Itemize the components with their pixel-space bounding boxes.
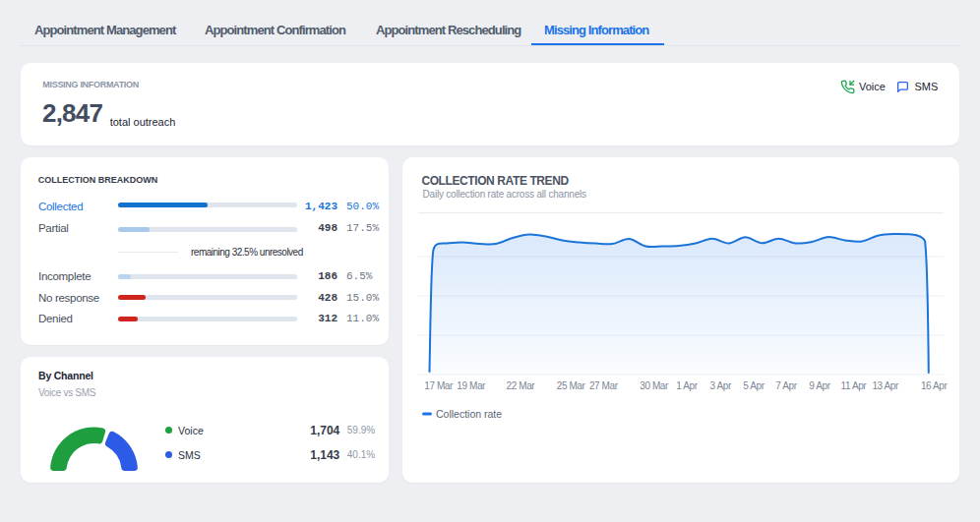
- svg-text:22 Mar: 22 Mar: [507, 380, 536, 391]
- svg-text:25 Mar: 25 Mar: [557, 380, 586, 391]
- svg-text:7 Apr: 7 Apr: [775, 380, 797, 391]
- svg-text:11 Apr: 11 Apr: [841, 380, 868, 391]
- svg-text:19 Mar: 19 Mar: [457, 380, 486, 391]
- svg-text:13 Apr: 13 Apr: [872, 380, 899, 391]
- svg-text:30 Mar: 30 Mar: [640, 380, 669, 391]
- svg-text:Collection rate: Collection rate: [436, 408, 502, 420]
- svg-text:3 Apr: 3 Apr: [710, 380, 732, 391]
- svg-text:5 Apr: 5 Apr: [743, 380, 765, 391]
- svg-text:9 Apr: 9 Apr: [809, 380, 830, 391]
- svg-text:17 Mar: 17 Mar: [424, 380, 454, 391]
- svg-text:16 Apr: 16 Apr: [921, 380, 949, 391]
- svg-text:1 Apr: 1 Apr: [676, 380, 698, 391]
- svg-text:27 Mar: 27 Mar: [589, 380, 619, 391]
